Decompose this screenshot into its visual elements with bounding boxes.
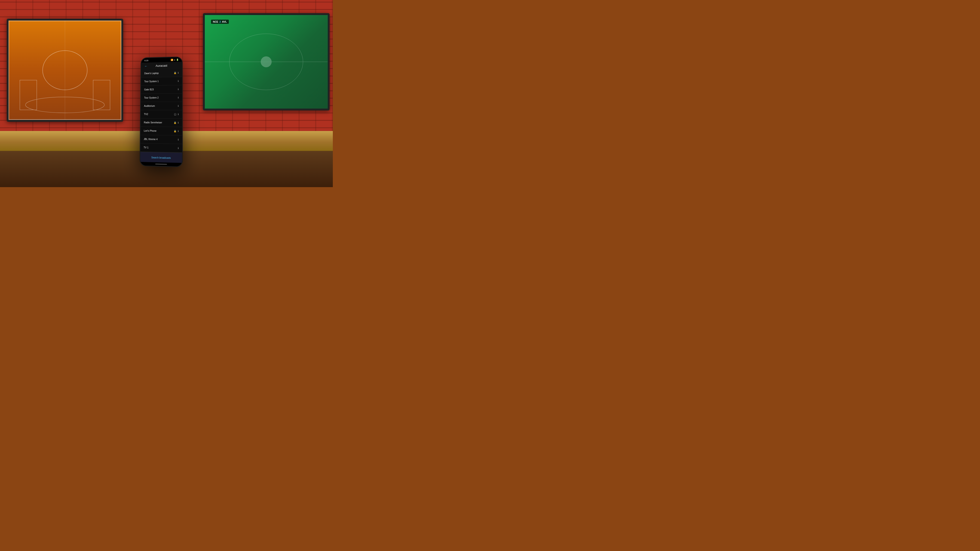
wifi-icon: 📶 [170, 59, 173, 61]
device-name-daves-laptop: Dave's Laptop [144, 71, 173, 75]
device-icons: 🔒 ℹ [173, 71, 179, 74]
back-button[interactable]: ← [144, 64, 148, 68]
info-icon[interactable]: ℹ [178, 121, 179, 124]
list-item[interactable]: Lori's Phone 🔒 ℹ [140, 127, 182, 136]
device-name-tv2: TV2 [144, 113, 174, 116]
info-icon[interactable]: ℹ [178, 96, 179, 99]
left-tv [7, 19, 123, 122]
score-team2: AVL [222, 20, 227, 23]
info-icon[interactable]: ℹ [178, 105, 179, 107]
score-number: 2 [220, 20, 221, 23]
device-name-tour-system-1: Tour System 1 [144, 80, 178, 83]
device-icons: ℹ [178, 105, 179, 107]
device-icons: ℹ [178, 96, 179, 99]
list-item[interactable]: TV2 🎧 ℹ [141, 110, 182, 119]
device-icons: 🔒 ℹ [173, 121, 179, 124]
info-icon[interactable]: ℹ [178, 138, 179, 141]
device-name-jbl-xtreme-4: JBL Xtreme 4 [143, 138, 178, 141]
score-overlay: NCE 2 AVL [211, 20, 229, 24]
list-item[interactable]: Dave's Laptop 🔒 ℹ [141, 69, 182, 78]
phone-container: 6:20 📶 ∗ 🔋 ← Auracast Dave's Laptop 🔒 ℹ [140, 57, 183, 167]
search-broadcasts-section[interactable]: Search broadcasts [140, 152, 182, 163]
search-broadcasts-label[interactable]: Search broadcasts [151, 156, 170, 159]
device-icons: ℹ [178, 138, 179, 141]
list-item[interactable]: Radio Sennheiser 🔒 ℹ [140, 119, 182, 127]
lock-icon: 🔒 [173, 130, 177, 132]
right-tv: NCE 2 AVL [203, 13, 329, 110]
device-name-gate-b23: Gate B23 [144, 88, 178, 91]
right-tv-screen: NCE 2 AVL [205, 15, 328, 109]
svg-point-6 [261, 56, 272, 67]
list-item[interactable]: TV 1 ℹ [140, 143, 182, 153]
device-icons: ℹ [178, 147, 179, 149]
info-icon[interactable]: ℹ [178, 88, 179, 91]
left-tv-screen [8, 21, 121, 120]
headphone-icon: 🎧 [174, 113, 177, 116]
status-time: 6:20 [145, 59, 148, 62]
info-icon[interactable]: ℹ [178, 147, 179, 149]
device-name-auditorium: Auditorium [144, 105, 178, 107]
status-icons: 📶 ∗ 🔋 [170, 59, 179, 61]
info-icon[interactable]: ℹ [178, 113, 179, 116]
home-indicator [155, 164, 167, 165]
info-icon[interactable]: ℹ [178, 130, 179, 132]
app-header: ← Auracast [141, 62, 182, 70]
device-icons: 🎧 ℹ [174, 113, 179, 116]
info-icon[interactable]: ℹ [178, 71, 179, 74]
app-title: Auracast [156, 64, 167, 67]
device-list: Dave's Laptop 🔒 ℹ Tour System 1 ℹ Gate B… [140, 69, 182, 153]
device-name-tv1: TV 1 [143, 146, 178, 149]
list-item[interactable]: Auditorium ℹ [141, 102, 182, 110]
list-item[interactable]: Gate B23 ℹ [141, 85, 182, 94]
svg-rect-3 [93, 80, 110, 110]
battery-icon: 🔋 [176, 59, 179, 61]
lock-icon: 🔒 [173, 71, 177, 74]
list-item[interactable]: Tour System 2 ℹ [141, 94, 182, 102]
svg-rect-2 [20, 80, 37, 110]
lock-icon: 🔒 [173, 121, 177, 124]
info-icon[interactable]: ℹ [178, 80, 179, 82]
list-item[interactable]: Tour System 1 ℹ [141, 77, 182, 86]
bluetooth-icon: ∗ [174, 59, 175, 61]
device-name-tour-system-2: Tour System 2 [144, 96, 178, 99]
phone: 6:20 📶 ∗ 🔋 ← Auracast Dave's Laptop 🔒 ℹ [140, 57, 183, 167]
device-name-radio-sennheiser: Radio Sennheiser [144, 121, 173, 124]
basketball-court [8, 21, 121, 120]
device-name-loris-phone: Lori's Phone [144, 130, 173, 132]
phone-bottom-bar [140, 162, 182, 167]
score-team1: NCE [213, 20, 218, 23]
list-item[interactable]: JBL Xtreme 4 ℹ [140, 135, 182, 144]
device-icons: ℹ [178, 80, 179, 82]
device-icons: ℹ [178, 88, 179, 91]
device-icons: 🔒 ℹ [173, 130, 179, 132]
